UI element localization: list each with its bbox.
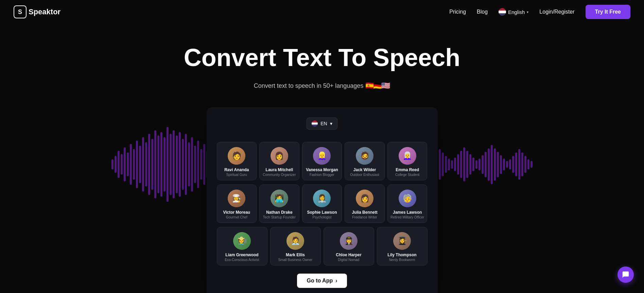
- waveform-bar: [115, 156, 117, 173]
- waveform-bar: [130, 144, 132, 185]
- demo-card: EN ▾ 🧑Ravi AnandaSpiritual Guru👩Laura Mi…: [207, 107, 438, 293]
- language-selector[interactable]: English ▾: [499, 8, 528, 16]
- logo[interactable]: S Speaktor: [14, 5, 60, 18]
- waveform-bar: [448, 159, 450, 170]
- waveform-bar: [485, 152, 487, 177]
- waveform-bar: [133, 149, 135, 180]
- waveform-bar: [148, 134, 150, 195]
- goto-app-button[interactable]: Go to App ›: [297, 274, 347, 288]
- voice-avatar: 🧑‍💻: [271, 190, 288, 207]
- voice-name: Mark Ellis: [273, 253, 318, 257]
- card-language-dropdown[interactable]: EN ▾: [307, 117, 337, 130]
- chat-support-button[interactable]: [617, 266, 634, 283]
- waveform-bar: [167, 127, 169, 202]
- waveform-bar: [160, 132, 162, 197]
- pricing-link[interactable]: Pricing: [449, 9, 466, 15]
- voice-grid-row3: 🧑‍🌾Liam GreenwoodEco-Conscious Activist🧑…: [217, 227, 428, 265]
- voice-card[interactable]: 👱‍♀️Vanessa MorganFashion Blogger: [302, 142, 342, 180]
- waveform-bar: [530, 161, 533, 168]
- waveform-bar: [451, 160, 453, 169]
- hero-title: Convert Text To Speech: [7, 44, 637, 71]
- waveform-bar: [157, 135, 159, 193]
- waveform-bar: [151, 139, 153, 190]
- waveform-bar: [518, 149, 520, 180]
- voice-card[interactable]: 👩‍⚕️Sophie LawsonPsychologist: [302, 184, 342, 223]
- voice-avatar: 🧑‍🍳: [228, 190, 245, 207]
- voice-card[interactable]: 🧑Ravi AnandaSpiritual Guru: [217, 142, 257, 180]
- waveform-bar: [475, 160, 477, 169]
- waveform-bar: [154, 130, 156, 198]
- voice-avatar: 🧑: [228, 147, 245, 165]
- voice-card[interactable]: 👩Julia BennettFreelance Writer: [345, 184, 385, 223]
- voice-name: Chloe Harper: [327, 253, 371, 257]
- waveform-bar: [170, 134, 172, 195]
- waveform-bar: [179, 132, 181, 197]
- hero-subtitle: Convert text to speech in 50+ languages …: [7, 81, 637, 90]
- waveform-bar: [136, 141, 138, 188]
- voice-role: Tech Startup Founder: [262, 215, 296, 219]
- waveform-bar: [197, 141, 199, 188]
- waveform-bar: [188, 142, 190, 186]
- waveform-bar: [442, 152, 444, 176]
- waveform-bar: [521, 152, 523, 176]
- voice-name: Ravi Ananda: [220, 167, 254, 172]
- voice-card[interactable]: 👩Laura MitchellCommunity Organizer: [259, 142, 299, 180]
- voice-card[interactable]: 👩‍🦳Emma ReedCollege Student: [387, 142, 428, 180]
- voice-card[interactable]: 🧑‍🍳Victor MoreauGourmet Chef: [217, 184, 257, 223]
- waveform-bar: [139, 146, 141, 183]
- voice-name: Lily Thompson: [380, 253, 424, 257]
- voice-role: Outdoor Enthusiast: [348, 173, 382, 177]
- hero-section: Convert Text To Speech Convert text to s…: [0, 24, 644, 293]
- goto-app-label: Go to App: [307, 278, 333, 284]
- blog-link[interactable]: Blog: [477, 9, 488, 15]
- waveform-bar: [509, 159, 511, 169]
- waveform-bar: [145, 142, 147, 186]
- voice-card[interactable]: 👩‍🎓Lily ThompsonNerdy Bookworm: [377, 227, 428, 265]
- try-free-button[interactable]: Try It Free: [586, 5, 630, 19]
- voice-name: Nathan Drake: [262, 210, 296, 215]
- voice-role: Freelance Writer: [348, 215, 382, 219]
- voice-card[interactable]: 👩‍✈️Chloe HarperDigital Nomad: [324, 227, 374, 265]
- voice-name: Laura Mitchell: [262, 167, 296, 172]
- waveform-bar: [491, 145, 493, 184]
- voice-card[interactable]: 🧑‍💼Mark EllisSmall Business Owner: [270, 227, 321, 265]
- voice-avatar: 🧔: [356, 147, 373, 165]
- voice-name: Vanessa Morgan: [305, 167, 339, 172]
- waveform-bar: [454, 158, 456, 171]
- waveform-bar: [194, 146, 196, 183]
- arrow-right-icon: ›: [335, 278, 337, 284]
- waveform-bar: [512, 156, 514, 173]
- waveform-bar: [176, 135, 178, 193]
- voice-avatar: 👱‍♀️: [313, 147, 331, 165]
- navbar: S Speaktor Pricing Blog English ▾ Login/…: [0, 0, 644, 24]
- voice-role: Small Business Owner: [273, 258, 318, 262]
- voice-avatar: 🧑‍🌾: [233, 232, 251, 250]
- logo-text: Speaktor: [29, 7, 60, 16]
- waveform-bar: [457, 154, 459, 175]
- waveform-bar: [173, 130, 175, 198]
- voice-avatar: 👩‍⚕️: [313, 190, 331, 207]
- waveform-bar: [200, 149, 202, 180]
- waveform-bar: [503, 159, 505, 170]
- waveform-bar: [469, 154, 471, 175]
- voice-card[interactable]: 🧔Jack WilderOutdoor Enthusiast: [345, 142, 385, 180]
- waveform-bar: [191, 137, 193, 192]
- waveform-bar: [466, 151, 468, 178]
- waveform-bar: [121, 154, 123, 175]
- voice-name: Emma Reed: [390, 167, 424, 172]
- voice-card[interactable]: 🧑‍💻Nathan DrakeTech Startup Founder: [259, 184, 299, 223]
- logo-icon: S: [14, 5, 27, 18]
- waveform-bar: [506, 161, 508, 168]
- voice-role: Community Organizer: [262, 173, 296, 177]
- waveform-bar: [500, 155, 502, 174]
- voice-role: Retired Military Officer: [390, 215, 424, 219]
- login-register-link[interactable]: Login/Register: [539, 9, 574, 15]
- voice-card[interactable]: 🧑‍🌾Liam GreenwoodEco-Conscious Activist: [217, 227, 267, 265]
- waveform-bar: [445, 156, 447, 173]
- waveform-bar: [439, 149, 441, 180]
- waveform-bar: [472, 158, 474, 171]
- voice-name: James Lawson: [390, 210, 424, 215]
- waveform-bar: [482, 155, 484, 174]
- voice-name: Julia Bennett: [348, 210, 382, 215]
- voice-card[interactable]: 🧓James LawsonRetired Military Officer: [387, 184, 428, 223]
